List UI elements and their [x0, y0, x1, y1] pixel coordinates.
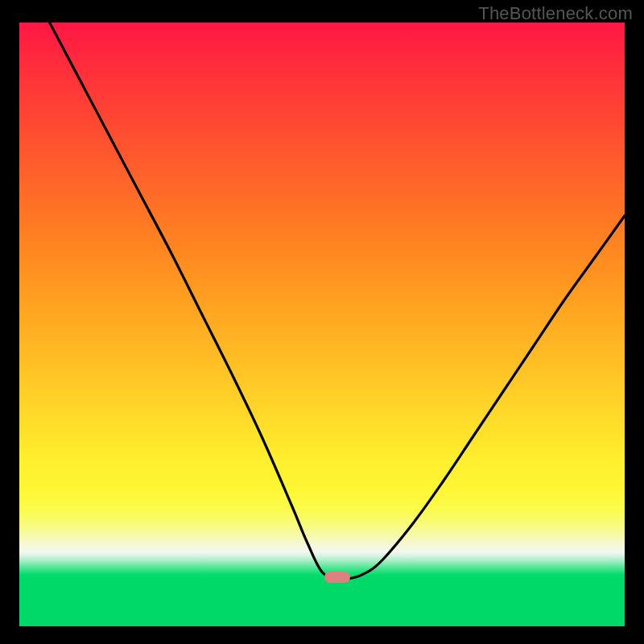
plot-area: [19, 23, 625, 626]
curve-svg: [19, 23, 625, 626]
sweet-spot-marker: [324, 572, 350, 583]
bottleneck-curve: [50, 23, 625, 579]
chart-frame: TheBottleneck.com: [0, 0, 644, 644]
watermark-text: TheBottleneck.com: [478, 3, 633, 24]
